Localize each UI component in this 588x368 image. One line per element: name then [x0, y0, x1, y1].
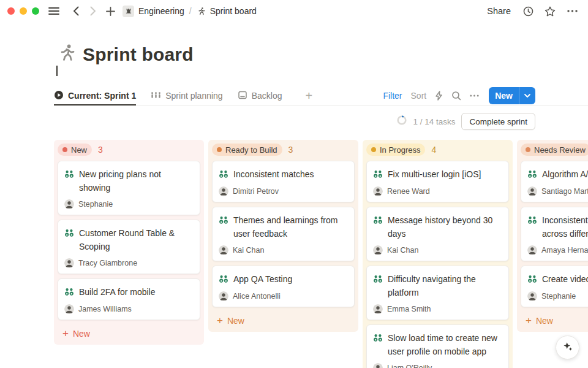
column-header: Ready to Build 3: [212, 144, 355, 156]
task-card[interactable]: Inconsistent matches Dimitri Petrov: [212, 161, 355, 202]
add-card-button[interactable]: + New: [56, 324, 200, 339]
board-column: Ready to Build 3 Inconsistent matches Di…: [208, 140, 358, 332]
tab-backlog[interactable]: Backlog: [238, 86, 282, 105]
task-title: Inconsistent matches: [233, 167, 314, 182]
clock-icon[interactable]: [519, 2, 537, 20]
task-card[interactable]: Difficulty navigating the platform Emma …: [366, 266, 509, 320]
runner-icon: [197, 7, 206, 16]
avatar: [219, 186, 228, 196]
share-button[interactable]: Share: [483, 4, 514, 18]
add-card-button[interactable]: + New: [211, 312, 355, 326]
page-header: Sprint board: [56, 43, 588, 66]
ai-assistant-button[interactable]: [556, 335, 579, 359]
column-name: Needs Review: [534, 145, 586, 155]
view-controls: Filter Sort New: [383, 87, 535, 104]
forward-icon[interactable]: [85, 2, 102, 20]
column-status-pill[interactable]: Needs Review: [521, 144, 588, 156]
sparkle-icon: [562, 340, 573, 355]
assignee-row: Alice Antonelli: [219, 291, 347, 301]
new-page-icon[interactable]: [102, 2, 119, 20]
task-card[interactable]: Build 2FA for mobile James Williams: [58, 278, 200, 320]
column-count: 3: [288, 145, 293, 155]
board-column: In Progress 4 Fix multi-user login [iOS]…: [363, 140, 513, 368]
task-card[interactable]: App QA Testing Alice Antonelli: [212, 266, 355, 307]
close-window-button[interactable]: [7, 7, 15, 15]
assignee-row: Kai Chan: [219, 245, 347, 255]
task-card[interactable]: Algorithm A/B Santiago Martine: [521, 161, 588, 202]
task-card[interactable]: Customer Round Table & Scoping Tracy Gia…: [58, 220, 200, 274]
column-status-pill[interactable]: Ready to Build: [212, 144, 282, 156]
sort-button[interactable]: Sort: [411, 91, 427, 101]
back-icon[interactable]: [67, 2, 85, 20]
breadcrumb-page[interactable]: Sprint board: [210, 6, 257, 16]
minimize-window-button[interactable]: [20, 7, 27, 15]
avatar: [373, 304, 383, 314]
new-task-button[interactable]: New: [489, 87, 535, 104]
assignee-name: Alice Antonelli: [233, 292, 281, 301]
avatar: [373, 245, 383, 255]
window-controls[interactable]: [7, 7, 39, 15]
task-card[interactable]: Slow load time to create new user profil…: [366, 324, 509, 368]
sidebar-menu-icon[interactable]: [45, 2, 62, 20]
complete-sprint-button[interactable]: Complete sprint: [461, 113, 535, 130]
task-card[interactable]: Inconsistent u across differe Amaya Hern…: [521, 207, 588, 261]
task-card[interactable]: Message history beyond 30 days Kai Chan: [366, 207, 509, 261]
breadcrumb: Engineering / Sprint board: [123, 6, 257, 17]
column-status-pill[interactable]: In Progress: [366, 144, 425, 156]
status-dot-icon: [62, 147, 67, 152]
board-column: Needs Review Algorithm A/B Santiago Mart…: [517, 140, 588, 332]
add-view-icon[interactable]: +: [305, 90, 312, 102]
workspace-icon[interactable]: [123, 6, 134, 17]
box-icon: [238, 90, 247, 102]
column-count: 3: [98, 145, 103, 155]
add-card-button[interactable]: + New: [519, 312, 588, 326]
task-title: Difficulty navigating the platform: [388, 272, 501, 299]
new-task-label[interactable]: New: [489, 87, 519, 104]
assignee-name: Kai Chan: [233, 246, 264, 255]
task-card[interactable]: Create video g Stephanie: [521, 266, 588, 307]
column-status-pill[interactable]: New: [58, 144, 92, 156]
maximize-window-button[interactable]: [32, 7, 39, 15]
assignee-row: Kai Chan: [373, 245, 501, 255]
assignee-row: Tracy Giambrone: [64, 258, 192, 268]
page-icon-runner[interactable]: [56, 43, 77, 66]
task-card[interactable]: Themes and learnings from user feedback …: [212, 207, 355, 261]
star-icon[interactable]: [541, 2, 559, 20]
avatar: [527, 186, 537, 196]
task-title: Message history beyond 30 days: [388, 213, 501, 240]
filter-button[interactable]: Filter: [383, 91, 402, 101]
column-cards: Inconsistent matches Dimitri Petrov Them…: [211, 161, 355, 307]
task-title: App QA Testing: [233, 272, 292, 286]
task-title: Create video g: [542, 272, 588, 286]
task-card[interactable]: Fix multi-user login [iOS] Renee Ward: [366, 161, 509, 202]
text-cursor: [56, 66, 58, 76]
avatar: [373, 363, 383, 368]
chevron-down-icon[interactable]: [519, 87, 535, 104]
search-icon[interactable]: [451, 91, 461, 101]
binoculars-icon: [373, 274, 383, 299]
column-cards: Fix multi-user login [iOS] Renee Ward Me…: [365, 161, 509, 368]
view-tabbar: Current: Sprint 1 Sprint planning Backlo…: [54, 86, 588, 105]
assignee-name: Santiago Martine: [541, 187, 588, 196]
assignee-row: Renee Ward: [373, 186, 501, 196]
people-row-icon: [151, 91, 161, 101]
assignee-name: Liam O'Reilly: [387, 364, 432, 368]
add-card-label: New: [536, 316, 553, 326]
tab-label: Current: Sprint 1: [68, 91, 136, 101]
task-card[interactable]: New pricing plans not showing Stephanie: [58, 161, 200, 215]
more-icon[interactable]: [564, 2, 581, 20]
column-count: 4: [431, 145, 436, 155]
task-title: Customer Round Table & Scoping: [79, 226, 192, 253]
plus-icon: +: [62, 328, 69, 339]
progress-ring-icon: [397, 115, 407, 128]
plus-icon: +: [217, 315, 223, 326]
more-icon[interactable]: [470, 94, 479, 97]
tab-current-sprint[interactable]: Current: Sprint 1: [54, 86, 136, 105]
binoculars-icon: [527, 169, 537, 182]
assignee-name: Kai Chan: [387, 246, 418, 255]
page-title[interactable]: Sprint board: [83, 44, 194, 66]
breadcrumb-workspace[interactable]: Engineering: [138, 6, 184, 16]
tab-sprint-planning[interactable]: Sprint planning: [151, 86, 222, 105]
assignee-row: Liam O'Reilly: [373, 363, 501, 368]
lightning-icon[interactable]: [435, 91, 443, 101]
